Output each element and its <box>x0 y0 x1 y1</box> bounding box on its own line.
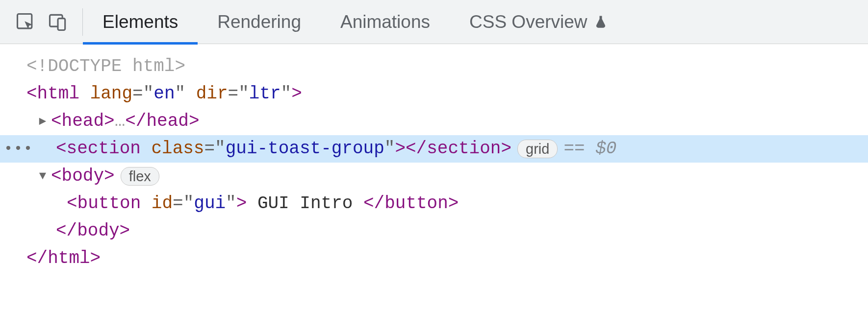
tab-css-overview[interactable]: CSS Overview <box>450 0 628 44</box>
expand-expanded-icon[interactable]: ▼ <box>36 163 49 190</box>
console-reference: == $0 <box>563 135 616 163</box>
flask-icon <box>593 15 608 29</box>
tab-rendering[interactable]: Rendering <box>198 0 321 44</box>
attr-value: en <box>153 80 175 108</box>
expand-collapsed-icon[interactable]: ▶ <box>36 108 49 135</box>
attr-name: class <box>151 135 204 163</box>
tab-animations[interactable]: Animations <box>321 0 450 44</box>
tab-label: CSS Overview <box>469 12 587 32</box>
attr-name: lang <box>90 80 132 108</box>
attr-value: gui <box>194 190 226 217</box>
attr-value: gui-toast-group <box>226 135 384 163</box>
dom-node-section-selected[interactable]: ••• <section class="gui-toast-group"></s… <box>0 135 868 163</box>
svg-rect-2 <box>58 18 65 30</box>
toolbar-icons <box>15 8 83 36</box>
dom-node-head[interactable]: ▶ <head>…</head> <box>0 108 868 135</box>
inspect-element-icon[interactable] <box>15 11 36 33</box>
layout-badge-grid[interactable]: grid <box>517 140 558 158</box>
tag-name: button <box>77 190 141 217</box>
close-tag: </html> <box>26 245 101 272</box>
dom-node-body-close[interactable]: </body> <box>0 217 868 245</box>
dom-node-body[interactable]: ▼ <body> flex <box>0 163 868 190</box>
devtools-toolbar: Elements Rendering Animations CSS Overvi… <box>0 0 868 44</box>
tag-name: html <box>37 80 79 108</box>
dom-node-doctype[interactable]: <!DOCTYPE html> <box>0 53 868 80</box>
close-tag: </body> <box>56 217 130 245</box>
tab-label: Animations <box>340 12 430 32</box>
dom-node-html-open[interactable]: <html lang="en" dir="ltr"> <box>0 80 868 108</box>
device-toggle-icon[interactable] <box>47 11 69 33</box>
tab-label: Rendering <box>217 12 301 32</box>
devtools-tabs: Elements Rendering Animations CSS Overvi… <box>83 0 628 44</box>
tag-name: head <box>62 108 104 135</box>
gutter-actions-icon[interactable]: ••• <box>4 135 33 163</box>
attr-value: ltr <box>249 80 281 108</box>
dom-node-html-close[interactable]: </html> <box>0 245 868 272</box>
tag-name: section <box>67 135 141 163</box>
svg-rect-0 <box>18 14 32 28</box>
dom-node-button[interactable]: <button id="gui"> GUI Intro </button> <box>0 190 868 217</box>
elements-dom-tree[interactable]: <!DOCTYPE html> <html lang="en" dir="ltr… <box>0 44 868 272</box>
tag-name: body <box>62 163 104 190</box>
attr-name: id <box>152 190 173 217</box>
tab-label: Elements <box>102 12 178 32</box>
attr-name: dir <box>196 80 228 108</box>
node-text: GUI Intro <box>247 190 363 217</box>
tab-elements[interactable]: Elements <box>83 0 198 44</box>
doctype-text: <!DOCTYPE html> <box>26 53 185 80</box>
collapsed-ellipsis: … <box>115 108 126 135</box>
layout-badge-flex[interactable]: flex <box>121 167 159 186</box>
